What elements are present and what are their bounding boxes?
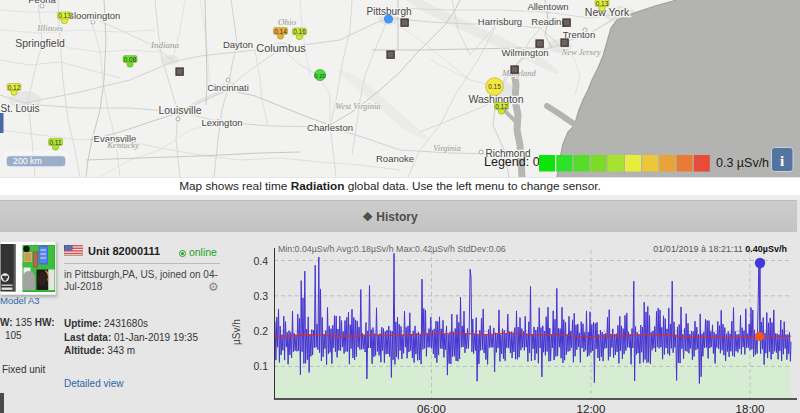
svg-text:Maryland: Maryland [501, 68, 536, 78]
svg-text:Ohio: Ohio [278, 17, 297, 27]
svg-text:Trenton: Trenton [563, 29, 595, 40]
svg-text:Louisville: Louisville [158, 104, 201, 116]
svg-text:0.13: 0.13 [58, 12, 71, 19]
svg-text:0.08: 0.08 [124, 56, 137, 63]
svg-text:Bloomington: Bloomington [68, 10, 121, 21]
svg-text:0.1: 0.1 [253, 360, 268, 372]
svg-text:Roanoke: Roanoke [376, 153, 414, 164]
svg-text:West Virginia: West Virginia [335, 101, 380, 111]
svg-text:200 km: 200 km [13, 156, 42, 166]
svg-text:Charleston: Charleston [307, 122, 353, 133]
svg-text:µSv/h: µSv/h [231, 319, 242, 345]
svg-text:Virginia: Virginia [433, 143, 460, 153]
svg-text:0.20: 0.20 [314, 73, 325, 79]
svg-text:New Jersey: New Jersey [561, 47, 601, 57]
svg-text:0.3: 0.3 [253, 290, 268, 302]
svg-text:St. Louis: St. Louis [1, 103, 40, 114]
svg-text:Wilmington: Wilmington [502, 47, 549, 58]
svg-text:0.3 µSv/h: 0.3 µSv/h [716, 156, 769, 170]
svg-text:Min:0.04µSv/h Avg:0.18µSv/h Ma: Min:0.04µSv/h Avg:0.18µSv/h Max:0.42µSv/… [278, 244, 506, 254]
svg-text:0.15: 0.15 [488, 83, 501, 90]
svg-text:12:00: 12:00 [577, 403, 606, 413]
svg-text:Lexington: Lexington [201, 117, 242, 128]
svg-text:0.16: 0.16 [293, 28, 306, 35]
svg-text:Allentown: Allentown [527, 1, 568, 12]
svg-text:Reading: Reading [531, 16, 566, 27]
svg-text:01/01/2019 à 18:21:11 0.40µSv/: 01/01/2019 à 18:21:11 0.40µSv/h [653, 244, 787, 254]
svg-text:0.12: 0.12 [8, 84, 21, 91]
svg-text:Cincinnati: Cincinnati [207, 82, 249, 93]
svg-text:Indiana: Indiana [150, 40, 179, 50]
svg-text:0.13: 0.13 [596, 0, 609, 7]
svg-text:Columbus: Columbus [256, 42, 306, 54]
svg-text:Harrisburg: Harrisburg [478, 16, 522, 27]
svg-text:Springfield: Springfield [15, 37, 65, 49]
svg-text:i: i [780, 153, 784, 169]
svg-text:0.4: 0.4 [253, 255, 268, 267]
svg-text:0.12: 0.12 [495, 103, 508, 110]
svg-text:0.11: 0.11 [49, 139, 62, 146]
svg-text:0.2: 0.2 [253, 325, 268, 337]
svg-text:06:00: 06:00 [417, 403, 446, 413]
svg-text:18:00: 18:00 [736, 403, 765, 413]
svg-text:0.14: 0.14 [274, 28, 287, 35]
svg-text:New York: New York [585, 6, 630, 18]
svg-text:Illinois: Illinois [36, 23, 63, 33]
svg-text:Dayton: Dayton [223, 39, 253, 50]
svg-text:Legend: 0: Legend: 0 [484, 155, 540, 169]
svg-text:Kentucky: Kentucky [106, 140, 139, 150]
svg-text:Peoria: Peoria [28, 0, 56, 5]
